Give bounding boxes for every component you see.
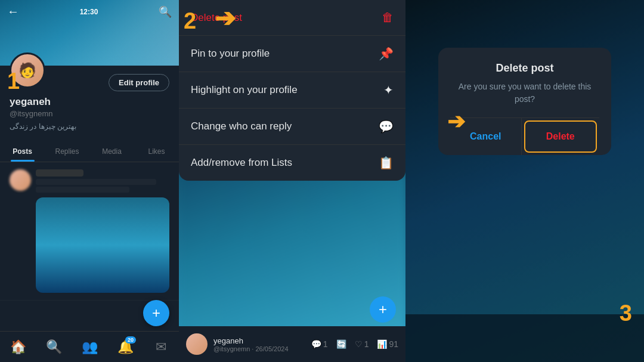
strip-avatar: [186, 333, 208, 355]
highlight-icon: ✦: [383, 83, 394, 97]
tab-likes[interactable]: Likes: [134, 141, 179, 162]
top-bar: ← 12:30 🔍: [0, 5, 179, 18]
like-count[interactable]: ♡ 1: [355, 339, 369, 349]
like-count-num: 1: [364, 339, 369, 349]
reply-icon: 💬: [379, 119, 394, 134]
menu-item-delete[interactable]: Delete post 🗑: [179, 0, 405, 36]
reply-count-num: 1: [323, 339, 328, 349]
pin-icon: 📌: [379, 47, 394, 61]
edit-profile-button[interactable]: Edit profile: [109, 74, 169, 91]
tweet-content: [36, 169, 169, 293]
time-display: 12:30: [80, 8, 98, 16]
strip-info: yeganeh @itsygnemn · 26/05/2024: [213, 336, 289, 352]
nav-home[interactable]: 🏠: [5, 334, 31, 360]
retweet-count[interactable]: 🔄: [336, 339, 346, 349]
notification-badge: 20: [125, 336, 136, 344]
dialog-title: Delete post: [450, 62, 599, 75]
menu-item-highlight[interactable]: Highlight on your profile ✦: [179, 72, 405, 109]
lists-icon: 📋: [379, 156, 394, 170]
menu-item-reply[interactable]: Change who can reply 💬: [179, 109, 405, 145]
arrow-delete-icon: ➔: [447, 109, 465, 134]
view-count-num: 91: [389, 339, 398, 349]
context-menu-panel: 2 ➔ Delete post 🗑 Pin to your profile 📌 …: [179, 0, 405, 362]
arrow-right-icon: ➔: [215, 6, 236, 31]
bottom-tweet-strip: yeganeh @itsygnemn · 26/05/2024 💬 1 🔄 ♡ …: [179, 326, 405, 362]
delete-dialog-panel: 3 Delete post Are you sure you want to d…: [405, 0, 644, 362]
profile-tabs: Posts Replies Media Likes: [0, 141, 179, 162]
reply-label: Change who can reply: [191, 120, 292, 132]
view-count[interactable]: 📊 91: [377, 339, 398, 349]
tweet-name: [36, 169, 83, 177]
strip-author: yeganeh: [213, 336, 289, 345]
dialog-actions: Cancel Delete: [450, 117, 599, 155]
bottom-navigation: 🏠 🔍 👥 🔔 20 ✉: [0, 331, 179, 362]
strip-actions: 💬 1 🔄 ♡ 1 📊 91: [311, 339, 398, 349]
display-name: yeganeh: [10, 96, 169, 108]
reply-count[interactable]: 💬 1: [311, 339, 328, 349]
tweet-avatar: [10, 169, 31, 191]
dialog-body: Are you sure you want to delete this pos…: [450, 81, 599, 106]
nav-search[interactable]: 🔍: [41, 334, 67, 360]
nav-communities[interactable]: 👥: [76, 334, 103, 360]
pin-label: Pin to your profile: [191, 48, 270, 60]
profile-info: yeganeh @itsygnemn بهترین چیزها در زندگی: [0, 91, 179, 132]
profile-avatar-area: 🧑 Edit profile: [0, 48, 179, 91]
username: @itsygnemn: [10, 109, 169, 118]
tweet-list: [0, 162, 179, 301]
list-item[interactable]: [0, 162, 179, 301]
delete-button[interactable]: Delete: [524, 120, 597, 153]
back-button[interactable]: ←: [7, 5, 19, 18]
nav-notifications[interactable]: 🔔 20: [112, 334, 138, 360]
strip-handle: @itsygnemn · 26/05/2024: [213, 345, 289, 352]
tweet-meta: [36, 169, 169, 177]
nav-messages[interactable]: ✉: [148, 334, 174, 360]
tab-posts[interactable]: Posts: [0, 141, 45, 162]
delete-dialog: Delete post Are you sure you want to del…: [438, 48, 611, 155]
tab-replies[interactable]: Replies: [45, 141, 89, 162]
profile-panel: ← 12:30 🔍 1 🧑 Edit profile yeganeh @itsy…: [0, 0, 179, 362]
menu-item-pin[interactable]: Pin to your profile 📌: [179, 36, 405, 72]
context-menu: Delete post 🗑 Pin to your profile 📌 High…: [179, 0, 405, 181]
tab-media[interactable]: Media: [89, 141, 134, 162]
search-button[interactable]: 🔍: [159, 5, 172, 18]
compose-fab[interactable]: +: [143, 300, 169, 326]
tweet-image: [36, 197, 169, 293]
tweet-text-2: [36, 187, 129, 193]
highlight-label: Highlight on your profile: [191, 84, 298, 96]
delete-icon: 🗑: [382, 11, 394, 24]
step-3-label: 3: [620, 301, 632, 326]
menu-item-lists[interactable]: Add/remove from Lists 📋: [179, 145, 405, 181]
lists-label: Add/remove from Lists: [191, 157, 292, 169]
step-1-label: 1: [7, 69, 20, 94]
bio-text: بهترین چیزها در زندگی: [10, 122, 169, 132]
tweet-text-1: [36, 179, 156, 185]
compose-fab-panel2[interactable]: +: [370, 296, 396, 323]
step-2-label: 2: [184, 8, 196, 34]
